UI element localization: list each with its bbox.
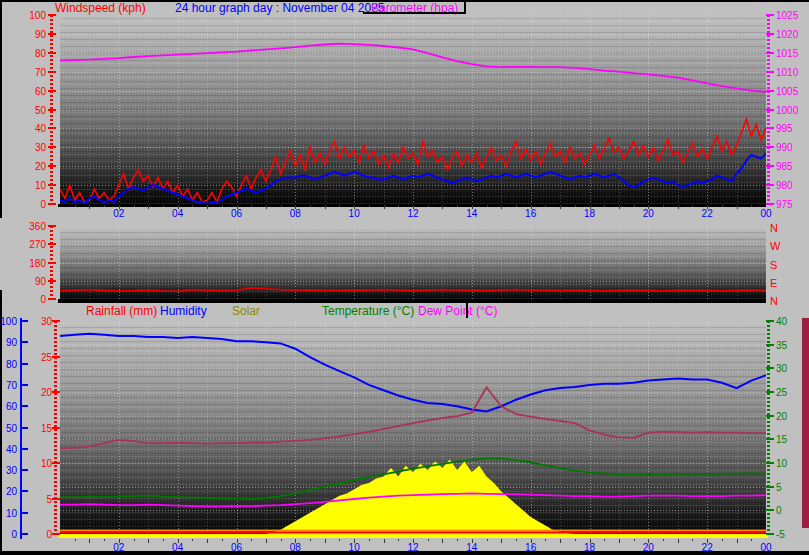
axis-tick bbox=[766, 320, 774, 322]
axis-tick bbox=[48, 127, 56, 129]
legend-temperature: Temperature (°C) bbox=[322, 304, 414, 318]
axis-tick bbox=[766, 165, 774, 167]
axis-tick-label: 40 bbox=[0, 123, 46, 134]
time-label: 00 bbox=[755, 208, 777, 219]
time-tick bbox=[295, 539, 296, 543]
axis-tick bbox=[48, 14, 56, 16]
time-tick bbox=[89, 539, 90, 543]
axis-tick-label: 1020 bbox=[776, 29, 798, 40]
axis-tick bbox=[766, 90, 774, 92]
time-label: 18 bbox=[579, 542, 601, 553]
axis-tick bbox=[22, 405, 28, 407]
time-tick bbox=[266, 539, 267, 543]
time-tick bbox=[163, 539, 164, 541]
axis-tick-label: 995 bbox=[776, 123, 793, 134]
time-tick bbox=[369, 205, 370, 207]
time-tick bbox=[207, 539, 208, 543]
axis-tick-label: 990 bbox=[776, 142, 793, 153]
axis-tick bbox=[52, 533, 60, 535]
time-tick bbox=[634, 539, 635, 541]
header-bracket-line bbox=[363, 12, 466, 14]
axis-tick-label: 10 bbox=[0, 508, 17, 519]
time-tick bbox=[751, 205, 752, 207]
time-label: 14 bbox=[461, 208, 483, 219]
time-tick bbox=[89, 205, 90, 209]
time-tick bbox=[442, 205, 443, 209]
time-tick bbox=[339, 539, 340, 541]
time-tick bbox=[501, 539, 502, 543]
time-label: 20 bbox=[637, 208, 659, 219]
axis-tick bbox=[48, 165, 56, 167]
time-tick bbox=[751, 539, 752, 541]
axis-tick-label: 80 bbox=[0, 48, 46, 59]
time-tick bbox=[487, 539, 488, 541]
axis-tick bbox=[52, 462, 60, 464]
time-label: 06 bbox=[226, 208, 248, 219]
time-tick bbox=[531, 539, 532, 543]
axis-tick bbox=[48, 146, 56, 148]
axis-tick-label: 30 bbox=[776, 363, 787, 374]
axis-tick bbox=[22, 363, 28, 365]
time-tick bbox=[104, 205, 105, 207]
time-tick bbox=[501, 205, 502, 209]
wind-average bbox=[60, 153, 766, 204]
axis-tick-label: 0 bbox=[10, 529, 52, 540]
axis-tick bbox=[48, 184, 56, 186]
time-tick bbox=[325, 205, 326, 209]
time-tick bbox=[325, 539, 326, 543]
time-tick bbox=[281, 539, 282, 541]
axis-tick-label: 360 bbox=[0, 221, 46, 232]
axis-tick bbox=[766, 462, 774, 464]
axis-tick bbox=[48, 203, 56, 205]
time-tick bbox=[104, 539, 105, 541]
time-tick bbox=[648, 205, 649, 209]
axis-tick bbox=[48, 71, 56, 73]
axis-tick bbox=[766, 203, 774, 205]
time-tick bbox=[575, 205, 576, 207]
time-tick bbox=[560, 539, 561, 543]
time-tick bbox=[663, 205, 664, 207]
time-tick bbox=[148, 205, 149, 209]
time-tick bbox=[398, 539, 399, 541]
axis-tick-label: 60 bbox=[0, 86, 46, 97]
rain-humidity-solar-temp-chart[interactable] bbox=[60, 321, 766, 534]
axis-tick bbox=[22, 512, 28, 514]
axis-tick bbox=[52, 498, 60, 500]
time-tick bbox=[192, 539, 193, 541]
legend-rainfall: Rainfall (mm) bbox=[86, 304, 157, 318]
time-tick bbox=[295, 205, 296, 209]
time-tick bbox=[560, 205, 561, 209]
axis-tick-label: 20 bbox=[0, 161, 46, 172]
windspeed-barometer-chart[interactable] bbox=[60, 15, 766, 204]
legend-dew-point: Dew Point (°C) bbox=[418, 304, 497, 318]
time-tick bbox=[207, 205, 208, 209]
axis-tick bbox=[22, 384, 28, 386]
time-label: 16 bbox=[520, 542, 542, 553]
axis-tick bbox=[766, 533, 774, 535]
axis-tick bbox=[48, 33, 56, 35]
axis-tick-label: 10 bbox=[0, 180, 46, 191]
time-tick bbox=[442, 539, 443, 543]
axis-tick bbox=[766, 344, 774, 346]
compass-letter: N bbox=[770, 222, 778, 234]
time-tick bbox=[413, 539, 414, 543]
wind-direction-chart[interactable] bbox=[60, 226, 766, 299]
axis-tick-label: 20 bbox=[10, 387, 52, 398]
solar-axis-baseline bbox=[58, 534, 768, 538]
time-label: 08 bbox=[284, 542, 306, 553]
axis-tick bbox=[766, 509, 774, 511]
time-tick bbox=[457, 539, 458, 541]
axis-tick bbox=[48, 262, 56, 264]
time-tick bbox=[339, 205, 340, 207]
time-tick bbox=[75, 539, 76, 541]
time-tick bbox=[707, 539, 708, 543]
axis-tick-label: 60 bbox=[0, 401, 17, 412]
time-label: 08 bbox=[284, 208, 306, 219]
axis-tick-label: 980 bbox=[776, 180, 793, 191]
axis-tick-label: 100 bbox=[0, 10, 46, 21]
axis-tick bbox=[766, 14, 774, 16]
axis-tick-label: 1005 bbox=[776, 86, 798, 97]
time-tick bbox=[119, 205, 120, 209]
time-tick bbox=[737, 539, 738, 543]
axis-tick bbox=[766, 486, 774, 488]
